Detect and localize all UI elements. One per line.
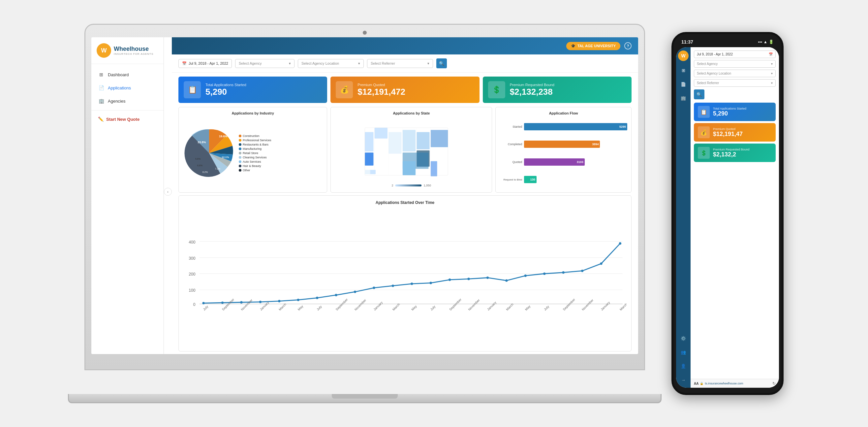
select-agency-location-label: Select Agency Location xyxy=(302,61,339,65)
tal-age-university-button[interactable]: 🎓 TAL AGE UNIVERSITY xyxy=(566,42,620,50)
phone-select-agency-location[interactable]: Select Agency Location xyxy=(694,69,776,77)
phone-select-referrer-label: Select Referrer xyxy=(697,81,719,85)
flow-label-completed: Completed xyxy=(500,143,522,146)
legend-restaurants: Restaurants & Bars xyxy=(239,143,271,146)
phone-nav-agencies[interactable]: 🏢 xyxy=(679,93,688,103)
laptop-base xyxy=(68,394,661,403)
legend-dot xyxy=(239,156,241,159)
legend-label: Professional Services xyxy=(243,139,271,142)
flow-row-quoted: Quoted 3103 xyxy=(500,159,627,166)
svg-rect-14 xyxy=(431,130,448,147)
svg-text:July: July xyxy=(429,305,436,311)
sidebar-item-agencies[interactable]: 🏢 Agencies xyxy=(91,94,163,108)
svg-text:September: September xyxy=(335,297,349,311)
phone-reload-icon[interactable]: ↻ xyxy=(772,381,776,386)
phone-search-button[interactable]: 🔍 xyxy=(694,89,705,99)
legend-dot xyxy=(239,165,241,167)
start-new-quote-button[interactable]: ✏️ Start New Quote xyxy=(91,113,163,125)
phone-stat-bound-value: $2,132,2 xyxy=(713,151,750,158)
svg-text:January: January xyxy=(373,301,383,311)
phone-date-range-filter[interactable]: Jul 9, 2018 - Apr 1, 2022 📅 xyxy=(694,51,776,58)
phone-body: 11:37 ▪▪▪ ▲ 🔋 W ⊞ 📄 🏢 ⚙️ 👥 👤 → xyxy=(672,32,783,395)
phone-status-bar: 11:37 ▪▪▪ ▲ 🔋 xyxy=(676,39,779,47)
svg-text:300: 300 xyxy=(189,256,195,261)
flow-content: Started 5290 Completed 3894 xyxy=(500,118,627,189)
legend-label: Other xyxy=(243,169,250,172)
pie-legend: Construction Professional Services Resta… xyxy=(239,134,271,172)
svg-rect-17 xyxy=(431,161,437,176)
svg-rect-7 xyxy=(365,132,374,151)
legend-dot xyxy=(239,169,241,172)
svg-point-48 xyxy=(411,282,413,285)
flow-bar-bind: 130 xyxy=(524,176,536,183)
select-agency-dropdown[interactable]: Select Agency xyxy=(235,59,294,68)
stat-premium-quoted: 💰 Premium Quoted $12,191,472 xyxy=(331,77,479,103)
phone-chevron-agency xyxy=(771,62,773,66)
start-quote-label: Start New Quote xyxy=(106,117,140,122)
map-chart-title: Applications by State xyxy=(335,111,488,115)
phone-nav-applications[interactable]: 📄 xyxy=(679,80,688,89)
phone-chevron-referrer xyxy=(771,81,773,85)
phone-select-agency[interactable]: Select Agency xyxy=(694,60,776,68)
premium-quoted-value: $12,191,472 xyxy=(358,87,405,97)
svg-text:September: September xyxy=(448,297,462,311)
svg-text:January: January xyxy=(600,301,611,311)
pie-chart-content: 19.6% 33.8% 12.1% 7.2% 6.2% 6.6% 5.6% xyxy=(183,118,323,189)
phone-sidebar: W ⊞ 📄 🏢 ⚙️ 👥 👤 → xyxy=(676,47,690,388)
stats-row: 📋 Total Applications Started 5,290 💰 Pre… xyxy=(172,73,638,107)
tal-age-label: TAL AGE UNIVERSITY xyxy=(578,44,616,48)
legend-dot xyxy=(239,152,241,154)
svg-text:May: May xyxy=(297,304,304,311)
legend-construction: Construction xyxy=(239,134,271,138)
timeline-chart-card: Applications Started Over Time 400 300 2… xyxy=(178,195,631,351)
phone-select-referrer[interactable]: Select Referrer xyxy=(694,79,776,87)
phone-stat-quoted: 💰 Premium Quoted $12,191,47 xyxy=(694,123,776,142)
phone-nav-settings[interactable]: ⚙️ xyxy=(679,334,688,343)
pie-chart-svg: 19.6% 33.8% 12.1% 7.2% 6.2% 6.6% 5.6% xyxy=(183,127,236,179)
phone-chevron-location xyxy=(771,72,773,75)
stat-total-applications: 📋 Total Applications Started 5,290 xyxy=(178,77,327,103)
map-scale-min: 2 xyxy=(392,184,394,187)
svg-text:0: 0 xyxy=(193,302,195,307)
date-range-filter[interactable]: 📅 Jul 9, 2018 - Apr 1, 2022 xyxy=(178,59,232,68)
sidebar-item-applications[interactable]: 📄 Applications xyxy=(91,81,163,94)
sidebar-item-dashboard[interactable]: ⊞ Dashboard xyxy=(91,68,163,81)
phone-calendar-icon: 📅 xyxy=(769,53,773,56)
svg-text:6.2%: 6.2% xyxy=(203,171,208,173)
svg-point-51 xyxy=(467,278,470,280)
phone-stat-applications: 📋 Total Applications Started 5,290 xyxy=(694,103,776,121)
flow-row-completed: Completed 3894 xyxy=(500,141,627,148)
top-header: 🎓 TAL AGE UNIVERSITY ? xyxy=(172,37,638,54)
svg-point-52 xyxy=(487,277,489,279)
logo-text-area: Wheelhouse INSURTECH FOR AGENTS xyxy=(114,46,153,55)
svg-rect-12 xyxy=(417,132,430,149)
search-button[interactable]: 🔍 xyxy=(436,58,447,68)
svg-text:May: May xyxy=(411,304,417,311)
phone-nav-users[interactable]: 👥 xyxy=(679,347,688,357)
phone-nav-logout[interactable]: → xyxy=(679,375,688,385)
search-icon: 🔍 xyxy=(439,61,444,66)
svg-text:6.6%: 6.6% xyxy=(197,164,203,167)
svg-text:September: September xyxy=(221,297,235,311)
phone-aa-label[interactable]: AA xyxy=(694,382,699,386)
sidebar-collapse-button[interactable]: ‹ xyxy=(164,188,172,196)
svg-point-56 xyxy=(562,271,565,274)
phone-nav-dashboard[interactable]: ⊞ xyxy=(679,66,688,75)
select-referrer-dropdown[interactable]: Select Referrer xyxy=(367,59,433,68)
svg-text:7.2%: 7.2% xyxy=(215,168,220,170)
flow-bar-quoted: 3103 xyxy=(524,159,585,166)
legend-cleaning: Cleaning Services xyxy=(239,156,271,159)
svg-rect-16 xyxy=(403,161,415,175)
svg-point-38 xyxy=(221,302,224,304)
phone-url: ts.insurancewheelhouse.com xyxy=(705,382,771,385)
select-agency-location-dropdown[interactable]: Select Agency Location xyxy=(298,59,364,68)
laptop-device: W Wheelhouse INSURTECH FOR AGENTS ⊞ Dash… xyxy=(85,24,645,403)
phone-stat-app-icon: 📋 xyxy=(698,106,710,118)
svg-rect-11 xyxy=(403,130,415,151)
svg-point-50 xyxy=(448,279,451,281)
phone-nav-profile[interactable]: 👤 xyxy=(679,361,688,371)
phone-logo-icon: W xyxy=(678,51,689,61)
svg-point-39 xyxy=(240,301,242,303)
stat-premium-bound: 💲 Premium Requested Bound $2,132,238 xyxy=(483,77,631,103)
help-icon[interactable]: ? xyxy=(624,42,631,50)
